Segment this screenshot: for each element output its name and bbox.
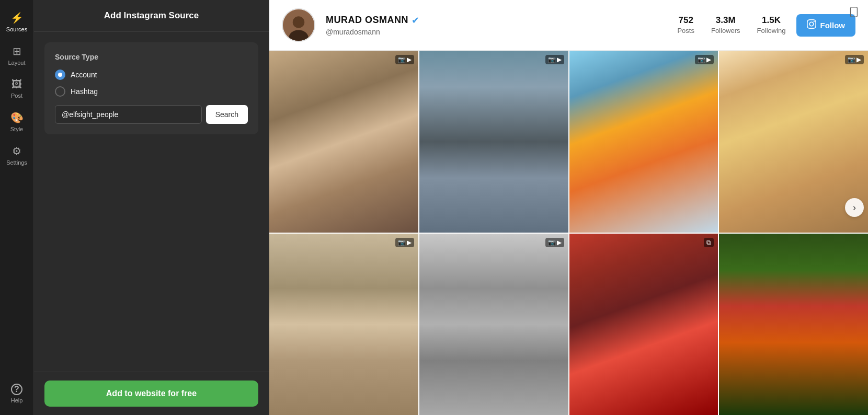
sidebar-item-sources-label: Sources: [6, 26, 27, 32]
grid-cell-6: 📷 ▶: [419, 234, 568, 416]
svg-rect-0: [851, 7, 858, 17]
grid-cell-7: ⧉: [569, 234, 718, 416]
stat-following: 1.5K Following: [757, 15, 786, 35]
grid-photo-2: [419, 51, 568, 233]
stat-posts: 752 Posts: [677, 15, 694, 35]
panel-content: Source Type Account Hashtag Search: [34, 32, 269, 372]
grid-cell-2: 📷 ▶: [419, 51, 568, 233]
sources-icon: ⚡: [10, 11, 24, 24]
source-type-card: Source Type Account Hashtag Search: [44, 42, 258, 134]
camera-icon-6: 📷: [548, 239, 556, 246]
search-row: Search: [55, 105, 248, 124]
sidebar-item-settings-label: Settings: [6, 159, 27, 166]
panel: Add Instagram Source Source Type Account…: [34, 0, 269, 415]
album-icon-7: ⧉: [706, 239, 711, 246]
hashtag-radio-option[interactable]: Hashtag: [55, 86, 248, 97]
source-type-label: Source Type: [55, 53, 248, 61]
media-indicator-5: 📷 ▶: [395, 238, 414, 247]
sidebar: ⚡ Sources ⊞ Layout 🖼 Post 🎨 Style ⚙ Sett…: [0, 0, 34, 415]
profile-name-row: MURAD OSMANN ✔: [326, 15, 660, 26]
camera-icon-2: 📷: [548, 56, 556, 63]
sidebar-item-layout[interactable]: ⊞ Layout: [2, 40, 32, 71]
video-icon-3: ▶: [706, 56, 711, 63]
mobile-preview-icon[interactable]: [848, 6, 860, 21]
style-icon: 🎨: [10, 111, 24, 124]
grid-photo-6: [419, 234, 568, 416]
follow-button[interactable]: Follow: [796, 14, 856, 37]
avatar-image: [283, 9, 314, 41]
sidebar-item-layout-label: Layout: [8, 60, 25, 66]
grid-cell-3: 📷 ▶: [569, 51, 718, 233]
settings-icon: ⚙: [12, 145, 21, 157]
grid-cell-8: [719, 234, 868, 416]
verified-icon: ✔: [412, 15, 419, 26]
media-indicator-4: 📷 ▶: [845, 55, 864, 64]
sidebar-item-help-label: Help: [11, 397, 23, 404]
media-indicator-1: 📷 ▶: [395, 55, 414, 64]
photo-grid: 📷 ▶ 📷 ▶ 📷 ▶ 📷 ▶: [269, 51, 868, 415]
help-icon: ?: [11, 384, 22, 395]
posts-value: 752: [677, 15, 694, 26]
sidebar-item-sources[interactable]: ⚡ Sources: [2, 6, 32, 38]
avatar: [282, 8, 315, 42]
grid-cell-1: 📷 ▶: [269, 51, 418, 233]
posts-label: Posts: [677, 27, 694, 34]
next-chevron[interactable]: ›: [845, 198, 864, 217]
camera-icon-1: 📷: [398, 56, 406, 63]
grid-photo-7: [569, 234, 718, 416]
layout-icon: ⊞: [13, 45, 21, 57]
media-indicator-2: 📷 ▶: [545, 55, 564, 64]
video-icon-1: ▶: [407, 56, 412, 63]
profile-header: MURAD OSMANN ✔ @muradosmann 752 Posts 3.…: [269, 0, 868, 51]
video-icon-4: ▶: [856, 56, 861, 63]
search-input[interactable]: [55, 105, 202, 124]
sidebar-item-style-label: Style: [10, 126, 23, 132]
grid-photo-5: [269, 234, 418, 416]
main-preview: MURAD OSMANN ✔ @muradosmann 752 Posts 3.…: [269, 0, 868, 415]
account-radio[interactable]: [55, 70, 65, 80]
grid-photo-8: [719, 234, 868, 416]
post-icon: 🖼: [12, 78, 22, 90]
add-to-website-button[interactable]: Add to website for free: [44, 381, 258, 407]
media-indicator-3: 📷 ▶: [695, 55, 714, 64]
sidebar-item-help[interactable]: ? Help: [2, 378, 32, 409]
grid-photo-3: [569, 51, 718, 233]
media-indicator-7: ⧉: [704, 238, 714, 247]
panel-title: Add Instagram Source: [104, 10, 199, 20]
search-button[interactable]: Search: [206, 105, 248, 124]
profile-info: MURAD OSMANN ✔ @muradosmann: [326, 15, 660, 36]
sidebar-item-style[interactable]: 🎨 Style: [2, 106, 32, 137]
following-value: 1.5K: [757, 15, 786, 26]
video-icon-2: ▶: [557, 56, 562, 63]
sidebar-item-settings[interactable]: ⚙ Settings: [2, 140, 32, 171]
hashtag-label: Hashtag: [71, 87, 98, 96]
grid-photo-1: [269, 51, 418, 233]
account-radio-option[interactable]: Account: [55, 70, 248, 80]
panel-footer: Add to website for free: [34, 372, 269, 415]
profile-name: MURAD OSMANN: [326, 15, 408, 26]
stat-followers: 3.3M Followers: [711, 15, 740, 35]
sidebar-item-post[interactable]: 🖼 Post: [2, 73, 32, 104]
profile-handle: @muradosmann: [326, 28, 660, 36]
grid-cell-5: 📷 ▶: [269, 234, 418, 416]
profile-stats: 752 Posts 3.3M Followers 1.5K Following: [677, 15, 785, 35]
hashtag-radio[interactable]: [55, 86, 65, 97]
instagram-icon: [807, 19, 816, 31]
followers-label: Followers: [711, 27, 740, 34]
followers-value: 3.3M: [711, 15, 740, 26]
camera-icon-4: 📷: [848, 56, 855, 63]
video-icon-5: ▶: [407, 239, 412, 246]
camera-icon-3: 📷: [698, 56, 705, 63]
account-label: Account: [71, 71, 97, 79]
following-label: Following: [757, 27, 786, 34]
video-icon-6: ▶: [557, 239, 562, 246]
follow-label: Follow: [820, 21, 846, 30]
sidebar-item-post-label: Post: [11, 93, 22, 99]
svg-point-3: [293, 16, 305, 28]
media-indicator-6: 📷 ▶: [545, 238, 564, 247]
camera-icon-5: 📷: [398, 239, 406, 246]
panel-header: Add Instagram Source: [34, 0, 269, 32]
